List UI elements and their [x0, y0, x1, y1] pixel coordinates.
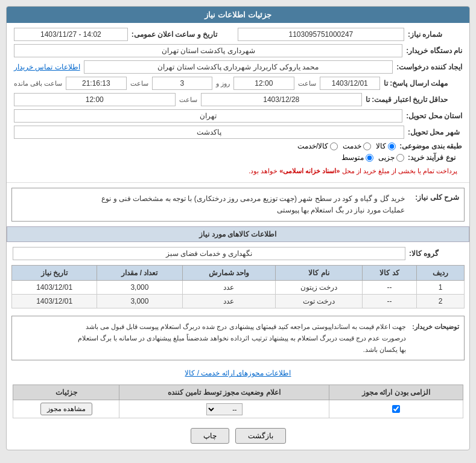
- goods-section-header: اطلاعات کالاهای مورد نیاز: [7, 226, 469, 242]
- buyer-org-value: شهرداری پاکدشت استان تهران: [14, 44, 402, 57]
- cell-name: درخت زیتون: [276, 281, 363, 295]
- response-date: 1403/12/01: [320, 77, 380, 90]
- goods-table-wrapper: ردیف کد کالا نام کالا واحد شمارش تعداد /…: [7, 263, 469, 311]
- purchase-note: پرداخت تمام یا بخشی از مبلغ خرید از محل …: [14, 165, 462, 177]
- permit-status-select[interactable]: --: [206, 403, 243, 415]
- back-button[interactable]: بازگشت: [235, 428, 286, 444]
- category-radio-group: کالا خدمت کالا/خدمت: [297, 142, 396, 150]
- province-value: تهران: [14, 109, 402, 123]
- permit-col-status: اعلام وضعیت مجوز توسط تامین کننده: [119, 385, 329, 400]
- purchase-radio-motevaset[interactable]: متوسط: [341, 153, 373, 162]
- radio-kala-khedmat-label: کالا/خدمت: [297, 142, 328, 150]
- permit-col-details: جزئیات: [13, 385, 119, 400]
- needs-text: خرید گل و گیاه و کود در سطح شهر (جهت توز…: [101, 193, 405, 216]
- cell-date: 1403/12/01: [12, 281, 97, 295]
- form-section: شماره نیاز: 1103095751000247 تاریخ و ساع…: [7, 23, 469, 183]
- permit-status-cell: --: [119, 400, 329, 418]
- buyer-notes-row: توضیحات خریدار: جهت اعلام قیمت به استاند…: [17, 321, 459, 355]
- radio-jozei[interactable]: [396, 154, 404, 162]
- cell-code: --: [362, 281, 416, 295]
- radio-motevaset-label: متوسط: [341, 153, 364, 162]
- city-value: پاکدشت: [14, 126, 404, 139]
- row-creator: ایجاد کننده درخواست: محمد یاروکی کاربردا…: [14, 60, 462, 74]
- goods-group-label: گروه کالا:: [409, 249, 463, 258]
- services-link[interactable]: اطلاعات مجوزهای ارائه خدمت / کالا: [7, 365, 469, 381]
- creator-value: محمد یاروکی کاربردار شهرداری پاکدشت استا…: [84, 60, 393, 74]
- category-radio-kala[interactable]: کالا: [376, 142, 396, 150]
- buyer-notes-label: توضیحات خریدار:: [411, 321, 459, 333]
- table-row: 2--درخت توتعدد3,0001403/12/01: [12, 295, 465, 308]
- order-number-label: شماره نیاز:: [408, 30, 462, 39]
- col-row-num: ردیف: [417, 266, 465, 281]
- permit-required-cell: [329, 400, 463, 418]
- col-date: تاریخ نیاز: [12, 266, 97, 281]
- table-row: 1--درخت زیتونعدد3,0001403/12/01: [12, 281, 465, 295]
- main-header: جزئیات اطلاعات نیاز: [7, 7, 469, 23]
- order-number-value: 1103095751000247: [238, 28, 404, 41]
- col-unit: واحد شمارش: [182, 266, 276, 281]
- purchase-radio-group: جزیی متوسط: [341, 153, 404, 162]
- goods-table-body: 1--درخت زیتونعدد3,0001403/12/012--درخت ت…: [12, 281, 465, 308]
- category-radio-khedmat[interactable]: خدمت: [343, 142, 371, 150]
- purchase-radio-jozei[interactable]: جزیی: [378, 153, 404, 162]
- button-row: بازگشت چاپ: [7, 422, 469, 450]
- buyer-notes-box: توضیحات خریدار: جهت اعلام قیمت به استاند…: [11, 316, 465, 360]
- response-time-label: ساعت: [298, 80, 316, 88]
- purchase-note-highlight: «اسناد خزانه اسلامی»: [279, 167, 340, 174]
- print-button[interactable]: چاپ: [191, 428, 229, 444]
- row-buyer-org: نام دستگاه خریدار: شهرداری پاکدشت استان …: [14, 44, 462, 57]
- response-days: 3: [152, 77, 212, 90]
- cell-quantity: 3,000: [97, 295, 182, 308]
- permit-table-row: -- مشاهده مجوز: [13, 400, 463, 418]
- price-time: 12:00: [14, 93, 176, 106]
- radio-motevaset[interactable]: [366, 154, 373, 162]
- row-order-datetime: شماره نیاز: 1103095751000247 تاریخ و ساع…: [14, 28, 462, 41]
- radio-kala-label: کالا: [376, 142, 386, 150]
- permit-details-btn[interactable]: مشاهده مجوز: [40, 403, 92, 415]
- radio-khedmat[interactable]: [363, 142, 371, 150]
- response-deadline-label: مهلت ارسال پاسخ: تا: [384, 79, 462, 88]
- needs-header-row: شرح کلی نیاز: خرید گل و گیاه و کود در سط…: [17, 193, 459, 216]
- cell-unit: عدد: [182, 295, 276, 308]
- needs-label: شرح کلی نیاز:: [411, 193, 459, 202]
- cell-quantity: 3,000: [97, 281, 182, 295]
- col-name: نام کالا: [276, 266, 363, 281]
- row-province: استان محل تحویل: تهران: [14, 109, 462, 123]
- table-header-row: ردیف کد کالا نام کالا واحد شمارش تعداد /…: [12, 266, 465, 281]
- row-purchase-type: نوع فرآیند خرید: جزیی متوسط: [14, 153, 462, 162]
- datetime-label: تاریخ و ساعت اعلان عمومی:: [132, 30, 234, 39]
- remaining-label: ساعت باقی مانده: [14, 80, 62, 88]
- buyer-notes-text: جهت اعلام قیمت به استانداپیوستی مراجعه ک…: [78, 321, 406, 355]
- radio-kala-khedmat[interactable]: [330, 142, 338, 150]
- response-days-label: روز و: [216, 80, 230, 88]
- city-label: شهر محل تحویل:: [408, 128, 462, 136]
- permit-details-cell: مشاهده مجوز: [13, 400, 119, 418]
- cell-code: --: [362, 295, 416, 308]
- permit-table: الزامی بودن ارائه مجوز اعلام وضعیت مجوز …: [13, 385, 463, 418]
- main-container: جزئیات اطلاعات نیاز شماره نیاز: 11030957…: [6, 6, 470, 450]
- radio-khedmat-label: خدمت: [343, 142, 361, 150]
- row-price-deadline: حداقل تاریخ اعتبار قیمت: تا 1403/12/28 س…: [14, 93, 462, 106]
- goods-group-value: نگهداری و خدمات فضای سبز: [13, 247, 405, 260]
- cell-date: 1403/12/01: [12, 295, 97, 308]
- needs-description: شرح کلی نیاز: خرید گل و گیاه و کود در سط…: [11, 188, 465, 222]
- permit-col-required: الزامی بودن ارائه مجوز: [329, 385, 463, 400]
- purchase-type-label: نوع فرآیند خرید:: [408, 153, 462, 162]
- price-date: 1403/12/28: [201, 93, 363, 106]
- buyer-org-label: نام دستگاه خریدار:: [406, 46, 462, 55]
- permit-header-row: الزامی بودن ارائه مجوز اعلام وضعیت مجوز …: [13, 385, 463, 400]
- category-radio-kala-khedmat[interactable]: کالا/خدمت: [297, 142, 338, 150]
- goods-group-row: گروه کالا: نگهداری و خدمات فضای سبز: [7, 244, 469, 263]
- contact-link[interactable]: اطلاعات تماس خریدار: [14, 63, 80, 71]
- permit-checkbox-wrapper: [334, 405, 458, 413]
- radio-jozei-label: جزیی: [378, 153, 395, 162]
- row-city: شهر محل تحویل: پاکدشت: [14, 126, 462, 139]
- radio-kala[interactable]: [388, 142, 396, 150]
- cell-name: درخت توت: [276, 295, 363, 308]
- row-category: طبقه بندی موضوعی: کالا خدمت کالا/خدمت: [14, 142, 462, 150]
- permit-required-checkbox[interactable]: [392, 405, 400, 413]
- price-time-label: ساعت: [179, 96, 197, 104]
- col-code: کد کالا: [362, 266, 416, 281]
- cell-row: 1: [417, 281, 465, 295]
- response-time: 12:00: [233, 77, 294, 90]
